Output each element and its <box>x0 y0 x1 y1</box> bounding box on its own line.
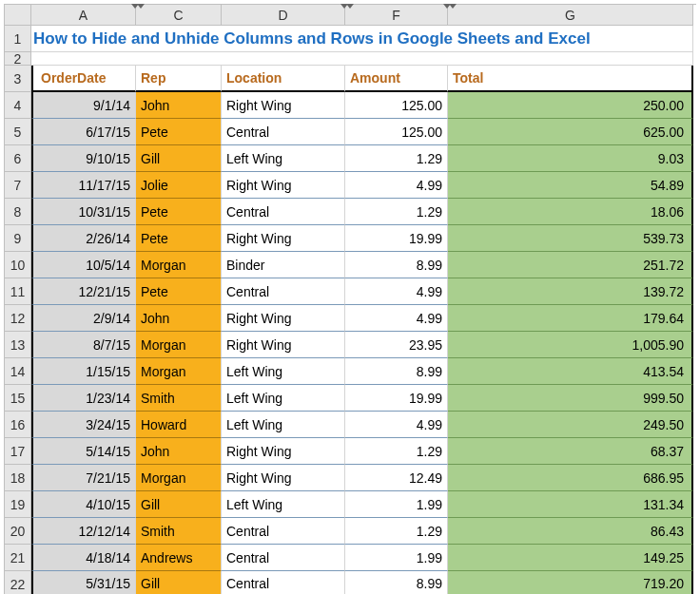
cell-amount[interactable]: 4.99 <box>345 305 448 332</box>
cell-amount[interactable]: 8.99 <box>345 252 448 278</box>
cell-amount[interactable]: 19.99 <box>345 385 448 412</box>
cell-rep[interactable]: Morgan <box>136 332 222 358</box>
row-header-7[interactable]: 7 <box>5 172 31 199</box>
cell-amount[interactable]: 125.00 <box>345 92 448 119</box>
blank-row[interactable] <box>31 52 693 66</box>
column-header-A[interactable]: A <box>31 5 136 26</box>
cell-rep[interactable]: Pete <box>136 199 222 225</box>
cell-location[interactable]: Right Wing <box>222 332 345 358</box>
cell-date[interactable]: 6/17/15 <box>31 119 136 145</box>
cell-date[interactable]: 1/15/15 <box>31 358 136 385</box>
row-header-2[interactable]: 2 <box>5 52 31 66</box>
row-header-17[interactable]: 17 <box>5 438 31 465</box>
cell-amount[interactable]: 1.29 <box>345 438 448 465</box>
row-header-1[interactable]: 1 <box>5 26 31 52</box>
column-header-C[interactable]: C <box>136 5 222 26</box>
cell-rep[interactable]: Smith <box>136 518 222 545</box>
cell-rep[interactable]: Gill <box>136 491 222 518</box>
cell-total[interactable]: 18.06 <box>448 199 693 225</box>
cell-total[interactable]: 149.25 <box>448 545 693 571</box>
row-header-8[interactable]: 8 <box>5 199 31 225</box>
cell-date[interactable]: 12/12/14 <box>31 518 136 545</box>
cell-total[interactable]: 999.50 <box>448 385 693 412</box>
cell-date[interactable]: 10/5/14 <box>31 252 136 278</box>
column-header-G[interactable]: G <box>448 5 693 26</box>
cell-rep[interactable]: Gill <box>136 145 222 172</box>
row-header-12[interactable]: 12 <box>5 305 31 332</box>
cell-date[interactable]: 5/14/15 <box>31 438 136 465</box>
row-header-3[interactable]: 3 <box>5 66 31 92</box>
row-header-14[interactable]: 14 <box>5 358 31 385</box>
cell-date[interactable]: 9/1/14 <box>31 92 136 119</box>
cell-amount[interactable]: 8.99 <box>345 571 448 594</box>
cell-amount[interactable]: 1.29 <box>345 199 448 225</box>
cell-total[interactable]: 9.03 <box>448 145 693 172</box>
cell-total[interactable]: 625.00 <box>448 119 693 145</box>
cell-rep[interactable]: John <box>136 438 222 465</box>
cell-location[interactable]: Central <box>222 545 345 571</box>
title-cell[interactable]: How to Hide and Unhide Columns and Rows … <box>31 26 693 52</box>
header-orderdate[interactable]: OrderDate <box>31 66 136 92</box>
cell-location[interactable]: Central <box>222 571 345 594</box>
row-header-6[interactable]: 6 <box>5 145 31 172</box>
cell-amount[interactable]: 125.00 <box>345 119 448 145</box>
header-location[interactable]: Location <box>222 66 345 92</box>
cell-location[interactable]: Right Wing <box>222 305 345 332</box>
cell-amount[interactable]: 12.49 <box>345 465 448 491</box>
cell-amount[interactable]: 23.95 <box>345 332 448 358</box>
cell-date[interactable]: 4/18/14 <box>31 545 136 571</box>
cell-rep[interactable]: Howard <box>136 412 222 438</box>
row-header-10[interactable]: 10 <box>5 252 31 278</box>
row-header-15[interactable]: 15 <box>5 385 31 412</box>
row-header-11[interactable]: 11 <box>5 278 31 305</box>
cell-rep[interactable]: Andrews <box>136 545 222 571</box>
cell-amount[interactable]: 4.99 <box>345 172 448 199</box>
cell-total[interactable]: 179.64 <box>448 305 693 332</box>
row-header-4[interactable]: 4 <box>5 92 31 119</box>
cell-rep[interactable]: Morgan <box>136 358 222 385</box>
row-header-5[interactable]: 5 <box>5 119 31 145</box>
cell-amount[interactable]: 1.99 <box>345 491 448 518</box>
cell-rep[interactable]: Pete <box>136 278 222 305</box>
row-header-9[interactable]: 9 <box>5 225 31 252</box>
cell-rep[interactable]: John <box>136 305 222 332</box>
select-all-corner[interactable] <box>5 5 31 26</box>
header-total[interactable]: Total <box>448 66 693 92</box>
cell-total[interactable]: 68.37 <box>448 438 693 465</box>
cell-total[interactable]: 1,005.90 <box>448 332 693 358</box>
cell-rep[interactable]: John <box>136 92 222 119</box>
cell-total[interactable]: 251.72 <box>448 252 693 278</box>
cell-date[interactable]: 11/17/15 <box>31 172 136 199</box>
cell-location[interactable]: Central <box>222 278 345 305</box>
cell-location[interactable]: Binder <box>222 252 345 278</box>
cell-total[interactable]: 413.54 <box>448 358 693 385</box>
cell-location[interactable]: Right Wing <box>222 225 345 252</box>
column-header-D[interactable]: D <box>222 5 345 26</box>
cell-date[interactable]: 12/21/15 <box>31 278 136 305</box>
cell-location[interactable]: Left Wing <box>222 491 345 518</box>
cell-total[interactable]: 539.73 <box>448 225 693 252</box>
cell-total[interactable]: 686.95 <box>448 465 693 491</box>
cell-date[interactable]: 5/31/15 <box>31 571 136 594</box>
cell-date[interactable]: 2/26/14 <box>31 225 136 252</box>
cell-date[interactable]: 3/24/15 <box>31 412 136 438</box>
cell-amount[interactable]: 1.99 <box>345 545 448 571</box>
cell-date[interactable]: 8/7/15 <box>31 332 136 358</box>
header-rep[interactable]: Rep <box>136 66 222 92</box>
cell-location[interactable]: Right Wing <box>222 172 345 199</box>
cell-rep[interactable]: Morgan <box>136 465 222 491</box>
cell-rep[interactable]: Pete <box>136 225 222 252</box>
cell-date[interactable]: 2/9/14 <box>31 305 136 332</box>
cell-date[interactable]: 4/10/15 <box>31 491 136 518</box>
cell-location[interactable]: Right Wing <box>222 465 345 491</box>
cell-location[interactable]: Left Wing <box>222 412 345 438</box>
cell-location[interactable]: Central <box>222 518 345 545</box>
cell-rep[interactable]: Morgan <box>136 252 222 278</box>
cell-location[interactable]: Left Wing <box>222 145 345 172</box>
cell-total[interactable]: 250.00 <box>448 92 693 119</box>
cell-location[interactable]: Central <box>222 199 345 225</box>
cell-total[interactable]: 139.72 <box>448 278 693 305</box>
cell-rep[interactable]: Gill <box>136 571 222 594</box>
header-amount[interactable]: Amount <box>345 66 448 92</box>
cell-date[interactable]: 10/31/15 <box>31 199 136 225</box>
